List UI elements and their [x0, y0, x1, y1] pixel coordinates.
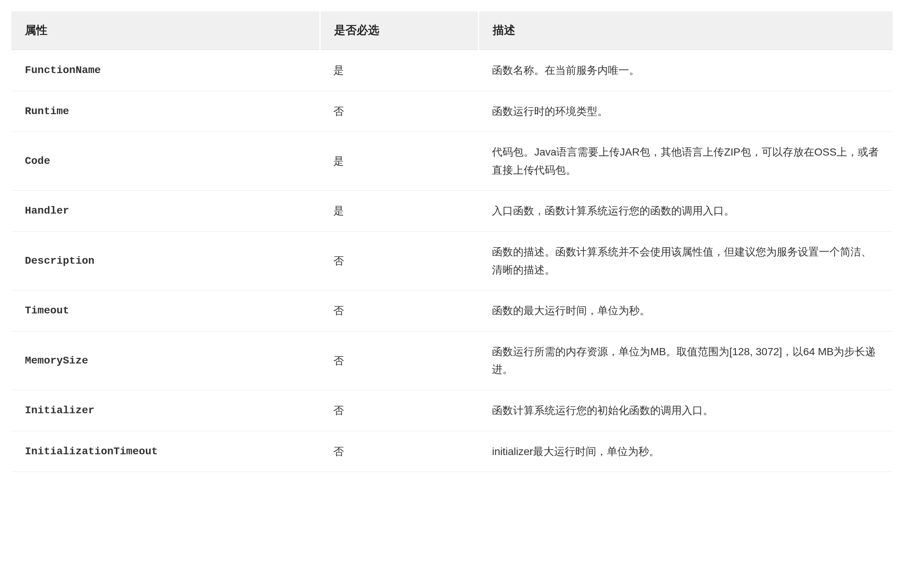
cell-description: 函数计算系统运行您的初始化函数的调用入口。: [478, 390, 893, 431]
cell-attribute: Code: [11, 132, 320, 191]
cell-attribute: Handler: [11, 191, 320, 232]
cell-attribute: InitializationTimeout: [11, 431, 320, 472]
cell-required: 是: [320, 132, 478, 191]
cell-required: 否: [320, 91, 478, 132]
header-required: 是否必选: [320, 11, 478, 50]
table-row: Description 否 函数的描述。函数计算系统并不会使用该属性值，但建议您…: [11, 231, 893, 290]
cell-attribute: Runtime: [11, 91, 320, 132]
cell-description: 函数名称。在当前服务内唯一。: [478, 50, 893, 91]
table-body: FunctionName 是 函数名称。在当前服务内唯一。 Runtime 否 …: [11, 50, 893, 472]
cell-description: 函数运行时的环境类型。: [478, 91, 893, 132]
cell-required: 是: [320, 50, 478, 91]
cell-attribute: Initializer: [11, 390, 320, 431]
cell-attribute: FunctionName: [11, 50, 320, 91]
properties-table: 属性 是否必选 描述 FunctionName 是 函数名称。在当前服务内唯一。…: [11, 11, 893, 472]
cell-description: 函数的描述。函数计算系统并不会使用该属性值，但建议您为服务设置一个简洁、清晰的描…: [478, 231, 893, 290]
header-attribute: 属性: [11, 11, 320, 50]
table-row: FunctionName 是 函数名称。在当前服务内唯一。: [11, 50, 893, 91]
cell-required: 否: [320, 291, 478, 332]
cell-required: 否: [320, 431, 478, 472]
table-row: InitializationTimeout 否 initializer最大运行时…: [11, 431, 893, 472]
cell-description: initializer最大运行时间，单位为秒。: [478, 431, 893, 472]
cell-description: 入口函数，函数计算系统运行您的函数的调用入口。: [478, 191, 893, 232]
cell-required: 否: [320, 231, 478, 290]
table-header-row: 属性 是否必选 描述: [11, 11, 893, 50]
cell-required: 否: [320, 390, 478, 431]
table-row: Code 是 代码包。Java语言需要上传JAR包，其他语言上传ZIP包，可以存…: [11, 132, 893, 191]
cell-attribute: Description: [11, 231, 320, 290]
cell-required: 否: [320, 331, 478, 390]
cell-required: 是: [320, 191, 478, 232]
cell-description: 函数的最大运行时间，单位为秒。: [478, 291, 893, 332]
table-row: Timeout 否 函数的最大运行时间，单位为秒。: [11, 291, 893, 332]
table-row: Runtime 否 函数运行时的环境类型。: [11, 91, 893, 132]
table-row: Handler 是 入口函数，函数计算系统运行您的函数的调用入口。: [11, 191, 893, 232]
cell-description: 代码包。Java语言需要上传JAR包，其他语言上传ZIP包，可以存放在OSS上，…: [478, 132, 893, 191]
table-row: Initializer 否 函数计算系统运行您的初始化函数的调用入口。: [11, 390, 893, 431]
cell-attribute: MemorySize: [11, 331, 320, 390]
table-row: MemorySize 否 函数运行所需的内存资源，单位为MB。取值范围为[128…: [11, 331, 893, 390]
header-description: 描述: [478, 11, 893, 50]
cell-description: 函数运行所需的内存资源，单位为MB。取值范围为[128, 3072]，以64 M…: [478, 331, 893, 390]
cell-attribute: Timeout: [11, 291, 320, 332]
